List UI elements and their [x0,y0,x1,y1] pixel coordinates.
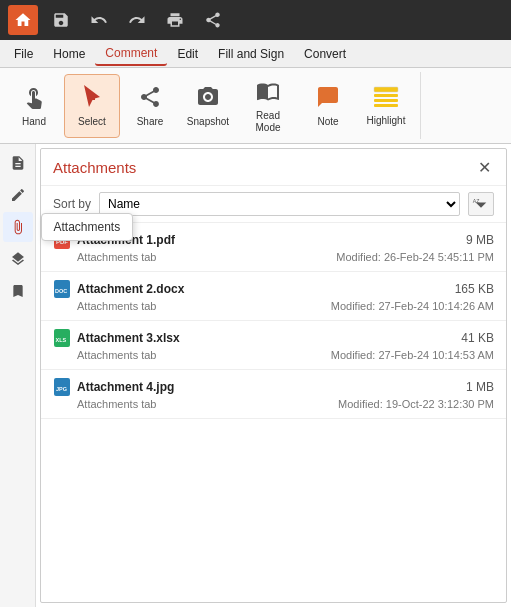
sort-select[interactable]: Name Size Modified [99,192,460,216]
attachment-item-bottom: Attachments tab Modified: 26-Feb-24 5:45… [53,251,494,263]
note-label: Note [317,116,338,128]
sidebar-attachment-icon[interactable]: Attachments [3,212,33,242]
svg-text:XLS: XLS [56,337,67,343]
docx-icon: DOC [53,280,71,298]
share-icon [138,85,162,113]
attachment-tab: Attachments tab [77,251,157,263]
sidebar-bookmark-icon[interactable] [3,276,33,306]
menu-convert[interactable]: Convert [294,43,356,65]
hand-tool-button[interactable]: Hand [6,74,62,138]
read-mode-label: Read Mode [255,110,280,134]
sort-az-button[interactable]: AZ [468,192,494,216]
attachment-modified: Modified: 27-Feb-24 10:14:53 AM [331,349,494,361]
share-ribbon-label: Share [137,116,164,128]
redo-button[interactable] [122,5,152,35]
highlight-icon [373,86,399,112]
menu-bar: File Home Comment Edit Fill and Sign Con… [0,40,511,68]
ribbon-group-tools: Hand Select Share [0,72,421,139]
sidebar-page-icon[interactable] [3,148,33,178]
attachments-tooltip: Attachments [41,213,134,241]
attachment-item[interactable]: DOC Attachment 2.docx 165 KB Attachments… [41,272,506,321]
menu-fill-sign[interactable]: Fill and Sign [208,43,294,65]
sidebar-layers-icon[interactable] [3,244,33,274]
attachment-item-bottom: Attachments tab Modified: 27-Feb-24 10:1… [53,300,494,312]
svg-text:DOC: DOC [55,288,67,294]
attachment-size: 9 MB [466,233,494,247]
jpg-icon: JPG [53,378,71,396]
attachment-name: Attachment 2.docx [77,282,184,296]
note-button[interactable]: Note [300,74,356,138]
panel-title: Attachments [53,159,136,176]
attachment-name: Attachment 4.jpg [77,380,174,394]
highlight-button[interactable]: Highlight [358,74,414,138]
attachment-tab: Attachments tab [77,398,157,410]
hand-label: Hand [22,116,46,128]
svg-rect-0 [92,97,95,100]
top-toolbar [0,0,511,40]
menu-home[interactable]: Home [43,43,95,65]
print-button[interactable] [160,5,190,35]
left-sidebar: Attachments [0,144,36,607]
panel-close-button[interactable]: ✕ [474,157,494,177]
read-mode-icon [256,79,280,107]
attachment-tab: Attachments tab [77,300,157,312]
attachment-item-bottom: Attachments tab Modified: 27-Feb-24 10:1… [53,349,494,361]
sort-by-label: Sort by [53,197,91,211]
attachment-tab: Attachments tab [77,349,157,361]
ribbon-toolbar: Hand Select Share [0,68,511,144]
menu-edit[interactable]: Edit [167,43,208,65]
home-button[interactable] [8,5,38,35]
svg-rect-1 [374,87,398,92]
snapshot-label: Snapshot [187,116,229,128]
svg-text:JPG: JPG [56,386,67,392]
attachment-size: 1 MB [466,380,494,394]
select-icon [80,85,104,113]
select-tool-button[interactable]: Select [64,74,120,138]
attachment-name-row: JPG Attachment 4.jpg [53,378,174,396]
attachment-item[interactable]: JPG Attachment 4.jpg 1 MB Attachments ta… [41,370,506,419]
attachment-name-row: XLS Attachment 3.xlsx [53,329,180,347]
hand-icon [22,85,46,113]
panel-header: Attachments ✕ [41,149,506,186]
svg-rect-3 [374,99,398,102]
svg-rect-4 [374,104,398,107]
save-button[interactable] [46,5,76,35]
attachment-name: Attachment 3.xlsx [77,331,180,345]
attachment-modified: Modified: 19-Oct-22 3:12:30 PM [338,398,494,410]
share-ribbon-button[interactable]: Share [122,74,178,138]
attachment-item-bottom: Attachments tab Modified: 19-Oct-22 3:12… [53,398,494,410]
menu-file[interactable]: File [4,43,43,65]
highlight-label: Highlight [367,115,406,127]
sidebar-sign-icon[interactable] [3,180,33,210]
attachment-modified: Modified: 26-Feb-24 5:45:11 PM [336,251,494,263]
attachment-modified: Modified: 27-Feb-24 10:14:26 AM [331,300,494,312]
snapshot-icon [196,85,220,113]
attachment-item-top: JPG Attachment 4.jpg 1 MB [53,378,494,396]
attachment-list: PDF Attachment 1.pdf 9 MB Attachments ta… [41,223,506,602]
attachment-size: 165 KB [455,282,494,296]
share-topbar-button[interactable] [198,5,228,35]
read-mode-button[interactable]: Read Mode [238,74,298,138]
attachment-item-top: DOC Attachment 2.docx 165 KB [53,280,494,298]
menu-comment[interactable]: Comment [95,42,167,66]
attachment-size: 41 KB [461,331,494,345]
svg-rect-2 [374,94,398,97]
undo-button[interactable] [84,5,114,35]
select-label: Select [78,116,106,128]
snapshot-button[interactable]: Snapshot [180,74,236,138]
note-icon [316,85,340,113]
attachment-item[interactable]: XLS Attachment 3.xlsx 41 KB Attachments … [41,321,506,370]
attachment-item-top: XLS Attachment 3.xlsx 41 KB [53,329,494,347]
xlsx-icon: XLS [53,329,71,347]
attachment-name-row: DOC Attachment 2.docx [53,280,184,298]
